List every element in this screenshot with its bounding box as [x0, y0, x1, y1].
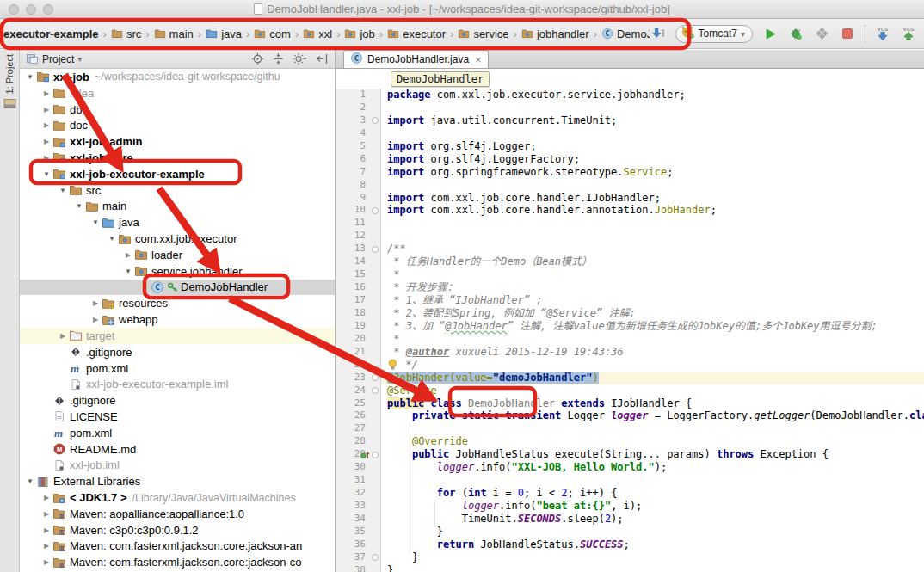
debug-button[interactable]: [787, 24, 804, 43]
tree-expand-arrow[interactable]: ▶: [41, 154, 52, 162]
hide-panel-icon[interactable]: [316, 52, 329, 65]
tree-expand-arrow[interactable]: ▼: [25, 73, 35, 81]
tree-item-license[interactable]: LICENSE: [20, 409, 335, 425]
tree-item-pom-xml[interactable]: mpom.xml: [20, 360, 335, 377]
tree-item-loader[interactable]: ▶loader: [20, 247, 335, 263]
settings-gear-icon[interactable]: [293, 52, 308, 65]
code-line-5[interactable]: 5import org.slf4j.Logger;: [336, 140, 924, 153]
code-line-31[interactable]: 31: [336, 474, 924, 487]
tree-expand-arrow[interactable]: ▼: [107, 235, 117, 243]
code-line-14[interactable]: 14 * 任务Handler的一个Demo（Bean模式）: [336, 255, 924, 268]
tree-item-idea[interactable]: ▶.idea: [20, 85, 335, 101]
code-line-8[interactable]: 8: [336, 179, 924, 192]
breadcrumb-item-main[interactable]: main: [154, 28, 194, 40]
tree-item-maven-com-fasterxml-jackson-core-jackson-co[interactable]: ▶Maven: com.fasterxml.jackson.core:jacks…: [20, 554, 335, 570]
code-line-7[interactable]: 7import org.springframework.stereotype.S…: [336, 166, 924, 179]
fold-marker[interactable]: [372, 117, 379, 124]
tree-expand-arrow[interactable]: ▼: [90, 218, 101, 226]
tree-item-demojobhandler[interactable]: CDemoJobHandler: [20, 280, 335, 296]
code-line-13[interactable]: 13/**: [336, 243, 924, 255]
tree-item-maven-c3p0-c3p0-0-9-1-2[interactable]: ▶Maven: c3p0:c3p0:0.9.1.2: [20, 522, 335, 538]
code-line-1[interactable]: 1package com.xxl.job.executor.service.jo…: [336, 89, 924, 101]
tree-expand-arrow[interactable]: ▶: [123, 251, 133, 259]
breadcrumb-item-xxl[interactable]: xxl: [303, 28, 332, 40]
tree-item-service-jobhandler[interactable]: ▼service.jobhandler: [20, 263, 335, 280]
chevron-down-icon[interactable]: ▾: [77, 54, 82, 64]
code-line-6[interactable]: 6import org.slf4j.LoggerFactory;: [336, 153, 924, 166]
stop-button[interactable]: [839, 24, 856, 43]
project-tool-window-button[interactable]: 1: Project: [3, 54, 16, 113]
tree-item-xxl-job-core[interactable]: ▶xxl-job-core: [20, 150, 335, 166]
code-line-27[interactable]: 27: [336, 422, 924, 435]
tree-expand-arrow[interactable]: ▶: [41, 494, 52, 501]
tree-item-xxl-job-executor-example[interactable]: ▼xxl-job-executor-example: [20, 166, 335, 182]
code-line-33[interactable]: 33 logger.info("beat at:{}", i);: [336, 500, 924, 513]
tree-item-com-xxl-job-executor[interactable]: ▼com.xxl.job.executor: [20, 231, 335, 247]
locate-icon[interactable]: [251, 52, 264, 65]
code-line-20[interactable]: 20 *: [336, 333, 924, 346]
tree-item-maven-aopalliance-aopalliance-1-0[interactable]: ▶Maven: aopalliance:aopalliance:1.0: [20, 506, 335, 522]
tree-item-jdk1-7[interactable]: ▶< JDK1.7 > /Library/Java/JavaVirtualMac…: [20, 489, 335, 506]
fold-marker[interactable]: [372, 554, 379, 561]
code-line-23[interactable]: 23@JobHander(value="demoJobHandler"): [336, 372, 924, 384]
vcs-commit-button[interactable]: VCS: [900, 24, 917, 43]
tree-expand-arrow[interactable]: ▶: [41, 542, 52, 550]
code-line-11[interactable]: 11: [336, 217, 924, 230]
tree-item-db[interactable]: ▶db: [20, 101, 335, 118]
tree-expand-arrow[interactable]: ▼: [41, 170, 52, 178]
tree-expand-arrow[interactable]: ▼: [74, 202, 84, 210]
code-line-17[interactable]: 17 * 1、继承 “IJobHandler” ;: [336, 294, 924, 307]
code-line-16[interactable]: 16 * 开发步骤：: [336, 281, 924, 294]
code-line-18[interactable]: 18 * 2、装配到Spring, 例如加 “@Service” 注解;: [336, 307, 924, 320]
tree-expand-arrow[interactable]: ▶: [41, 558, 52, 566]
tree-expand-arrow[interactable]: ▶: [41, 526, 52, 534]
tree-item-gitignore[interactable]: .gitignore: [20, 344, 335, 360]
run-button[interactable]: [761, 24, 779, 43]
fold-marker[interactable]: [372, 207, 379, 214]
tree-expand-arrow[interactable]: ▶: [90, 316, 101, 323]
breadcrumb-item-service[interactable]: service: [458, 28, 508, 40]
run-config-selector[interactable]: Tomcat7 ▾: [675, 25, 753, 43]
breadcrumb-item-executor[interactable]: executor: [387, 28, 446, 40]
code-line-37[interactable]: 37 }: [336, 551, 924, 564]
class-name-chip[interactable]: DemoJobHandler: [391, 71, 490, 87]
breadcrumb-item-java[interactable]: java: [206, 28, 242, 40]
breadcrumb-item-jobhandler[interactable]: jobhandler: [521, 28, 589, 40]
code-line-19[interactable]: 19 * 3、加 “@JobHander” 注解, 注解value值为新增任务生…: [336, 320, 924, 333]
tree-expand-arrow[interactable]: ▼: [123, 268, 133, 275]
code-line-34[interactable]: 34 TimeUnit.SECONDS.sleep(2);: [336, 513, 924, 526]
tree-item-gitignore[interactable]: .gitignore: [20, 392, 335, 409]
code-line-38[interactable]: 38}: [336, 564, 924, 572]
tree-item-java[interactable]: ▼java: [20, 214, 335, 231]
code-line-35[interactable]: 35 }: [336, 526, 924, 538]
code-line-24[interactable]: 24@Service: [336, 384, 924, 397]
tree-expand-arrow[interactable]: ▼: [25, 477, 35, 485]
tree-item-main[interactable]: ▼main: [20, 199, 335, 215]
close-tab-icon[interactable]: ×: [475, 53, 482, 66]
tree-item-target[interactable]: ▶target: [20, 328, 335, 344]
tree-item-pom-xml[interactable]: mpom.xml: [20, 425, 335, 441]
code-area[interactable]: 1package com.xxl.job.executor.service.jo…: [336, 89, 924, 572]
tree-item-xxl-job-admin[interactable]: ▶xxl-job-admin: [20, 133, 335, 150]
breadcrumb-item-com[interactable]: com: [254, 28, 291, 40]
tree-item-xxl-job-iml[interactable]: xxl-job.iml: [20, 458, 335, 474]
tree-expand-arrow[interactable]: ▶: [90, 299, 101, 307]
fold-marker[interactable]: [372, 452, 379, 458]
code-line-2[interactable]: 2: [336, 101, 924, 114]
code-line-22[interactable]: 22 */: [336, 359, 924, 372]
code-line-28[interactable]: 28 @Override: [336, 435, 924, 448]
editor-tab[interactable]: C DemoJobHandler.java ×: [343, 50, 489, 68]
breadcrumb-item-src[interactable]: src: [111, 28, 141, 40]
tree-expand-arrow[interactable]: ▶: [41, 106, 52, 114]
tree-item-xxl-job[interactable]: ▼xxl-job ~/workspaces/idea-git-workspace…: [20, 69, 335, 85]
fold-marker[interactable]: [372, 246, 379, 253]
tree-item-doc[interactable]: ▶doc: [20, 117, 335, 133]
tree-item-resources[interactable]: ▶resources: [20, 295, 335, 311]
tree-expand-arrow[interactable]: ▶: [41, 138, 52, 145]
tree-item-maven-com-fasterxml-jackson-core-jackson-an[interactable]: ▶Maven: com.fasterxml.jackson.core:jacks…: [20, 538, 335, 555]
code-line-32[interactable]: 32 for (int i = 0; i < 2; i++) {: [336, 487, 924, 500]
fold-marker[interactable]: [372, 387, 379, 394]
override-marker-icon[interactable]: [360, 450, 370, 460]
code-line-10[interactable]: 10import com.xxl.job.core.handler.annota…: [336, 204, 924, 217]
coverage-button[interactable]: [813, 24, 830, 43]
